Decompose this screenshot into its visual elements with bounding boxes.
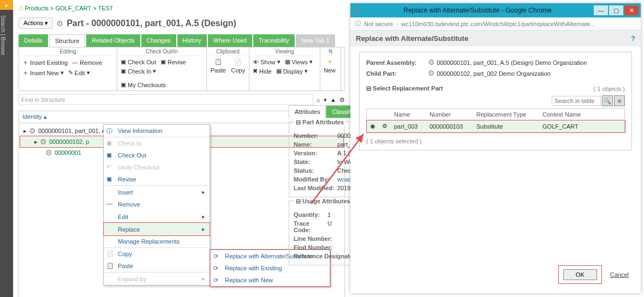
usage-attributes-legend: ⊟ Usage Attributes xyxy=(294,198,353,205)
row-name[interactable]: part_003 xyxy=(391,120,426,132)
swap-icon: ⟳ xyxy=(213,277,218,284)
ok-button[interactable]: OK xyxy=(563,269,597,280)
part-attributes-legend: ⊟ Part Attributes xyxy=(294,119,346,126)
checkout-icon: ▣ xyxy=(106,151,112,159)
funnel-icon[interactable]: ▾ xyxy=(324,96,327,104)
checkin-button[interactable]: ▣ Check In ▾ xyxy=(121,66,156,76)
minimize-button[interactable]: — xyxy=(594,5,608,15)
tabs: Details Structure Related Objects Change… xyxy=(13,34,350,47)
ctx-checkout[interactable]: ▣Check Out xyxy=(104,149,210,161)
ctx-checkin: ▣Check In xyxy=(104,137,210,149)
maximize-button[interactable]: ▢ xyxy=(609,5,623,15)
col-number[interactable]: Number xyxy=(426,109,473,120)
replace-dialog-window: Replace with Alternate/Substitute - Goog… xyxy=(350,3,641,293)
copy-button[interactable]: 📄Copy xyxy=(231,57,246,75)
checkout-button[interactable]: ▣ Check Out xyxy=(121,57,156,66)
toolbar-group-editing: Editing xyxy=(22,49,114,56)
rail-label[interactable]: Search | Browse xyxy=(0,10,6,55)
security-icon[interactable]: ⓘ xyxy=(355,20,361,28)
ctx-view-information[interactable]: ⓘView Information xyxy=(104,125,210,137)
context-menu: ⓘView Information ▣Check In ▣Check Out ↶… xyxy=(103,124,210,286)
chevron-right-icon: ▸ xyxy=(202,189,205,196)
insert-new-button[interactable]: ＋Insert New ▾ xyxy=(22,68,64,78)
parent-assembly-label: Parent Assembly: xyxy=(366,59,426,66)
edit-button[interactable]: ✎ Edit ▾ xyxy=(68,68,90,77)
ctx-replace[interactable]: Replace▸ xyxy=(104,223,210,235)
remove-button[interactable]: —Remove xyxy=(72,58,102,67)
toolbar-group-checkout: Check Out/In xyxy=(121,49,203,56)
parent-assembly-value: 0000000101, part_001, A.5 (Design) Demo … xyxy=(437,59,587,66)
row-number: 0000000103 xyxy=(426,120,473,132)
views-button[interactable]: ▦ Views ▾ xyxy=(285,57,313,66)
ctx-undo-checkout: ↶Undo Checkout xyxy=(104,161,210,173)
ctx-copy[interactable]: 📄Copy xyxy=(104,247,210,260)
replace-with-new[interactable]: ⟳Replace with New xyxy=(211,274,330,286)
ok-annotation-box: OK xyxy=(559,266,601,283)
gear-icon xyxy=(40,137,47,146)
mycheckouts-button[interactable]: ▣ My Checkouts xyxy=(121,80,166,89)
url-text: wc110m030.tsdevtest.ptc.com/Windchill/pt… xyxy=(401,21,595,27)
help-icon[interactable]: ? xyxy=(631,34,635,43)
chevron-right-icon: ▸ xyxy=(202,213,205,220)
toolbar-group-new-label: N xyxy=(324,49,337,56)
copy-icon: 📄 xyxy=(106,250,114,257)
settings-icon[interactable]: ⚙ xyxy=(339,96,345,104)
display-button[interactable]: ▦ Display ▾ xyxy=(276,66,308,76)
ctx-expand-by: Expand by▸ xyxy=(104,272,210,285)
tab-related[interactable]: Related Objects xyxy=(86,34,140,47)
ctx-manage-replacements[interactable]: Manage Replacements xyxy=(104,235,210,247)
search-in-table-input[interactable] xyxy=(552,96,601,106)
close-button[interactable]: ✕ xyxy=(624,5,639,15)
chevron-right-icon: ▸ xyxy=(202,275,205,282)
ctx-remove[interactable]: —Remove xyxy=(104,198,210,210)
left-rail: ▸ Search | Browse xyxy=(0,0,13,297)
crumb-products[interactable]: Products xyxy=(25,5,49,11)
crumb-golfcart[interactable]: GOLF_CART xyxy=(56,5,92,11)
tab-details[interactable]: Details xyxy=(19,34,48,47)
home-icon[interactable]: ⌂ xyxy=(19,3,23,12)
ctx-edit[interactable]: Edit▸ xyxy=(104,210,210,223)
selected-count: ( 1 objects selected ) xyxy=(366,138,625,144)
tab-changes[interactable]: Changes xyxy=(141,34,176,47)
actions-menu-button[interactable]: Actions ▾ xyxy=(19,17,53,29)
row-type: Substitute xyxy=(473,120,539,132)
replacement-table: Name Number Replacement Type Context Nam… xyxy=(366,108,625,132)
tab-history[interactable]: History xyxy=(177,34,207,47)
col-context-name[interactable]: Context Name xyxy=(539,109,592,120)
new-button[interactable]: ✳New xyxy=(324,57,336,75)
breadcrumb: ⌂ Products > GOLF_CART > TEST xyxy=(13,0,350,15)
search-button[interactable]: 🔍 xyxy=(602,95,613,106)
info-icon: ⓘ xyxy=(106,127,112,135)
tab-structure[interactable]: Structure xyxy=(49,34,86,47)
col-replacement-type[interactable]: Replacement Type xyxy=(473,109,539,120)
row-ctx: GOLF_CART xyxy=(539,120,592,132)
select-replacement-label: ⊟ Select Replacement Part xyxy=(366,85,443,92)
find-in-structure-input[interactable] xyxy=(19,94,313,105)
dialog-titlebar: Replace with Alternate/Substitute - Goog… xyxy=(350,3,641,17)
child-part-label: Child Part: xyxy=(366,70,426,77)
col-name[interactable]: Name xyxy=(391,109,426,120)
hide-button[interactable]: ✖ Hide xyxy=(253,66,272,76)
show-button[interactable]: 👁 Show ▾ xyxy=(253,57,281,66)
toolbar: Editing ＋Insert Existing —Remove ＋Insert… xyxy=(19,47,345,91)
tab-new[interactable]: New Tab 1 xyxy=(296,34,335,47)
revise-button[interactable]: ▣ Revise xyxy=(160,57,186,66)
tab-traceability[interactable]: Traceability xyxy=(253,34,295,47)
cancel-link[interactable]: Cancel xyxy=(610,271,629,278)
ctx-revise[interactable]: ▣Revise xyxy=(104,173,210,185)
table-menu-button[interactable]: ≡ xyxy=(614,95,625,106)
row-radio[interactable]: ◉ xyxy=(367,120,379,132)
tree-icon[interactable]: ▲ xyxy=(330,96,336,103)
expand-rail-button[interactable]: ▸ xyxy=(0,0,13,10)
toolbar-group-clipboard: Clipboard xyxy=(210,49,246,56)
ctx-insert[interactable]: Insert▸ xyxy=(104,185,210,198)
filter-icon[interactable]: ⌕ xyxy=(317,96,320,103)
insert-existing-button[interactable]: ＋Insert Existing xyxy=(22,57,68,68)
security-label: Not secure xyxy=(364,21,393,27)
tab-whereused[interactable]: Where Used xyxy=(208,34,252,47)
attributes-tab[interactable]: Attributes xyxy=(289,105,326,118)
crumb-test[interactable]: TEST xyxy=(98,5,113,11)
paste-button[interactable]: 📋Paste xyxy=(211,57,226,75)
paste-icon: 📋 xyxy=(106,262,114,269)
ctx-paste[interactable]: 📋Paste xyxy=(104,260,210,272)
